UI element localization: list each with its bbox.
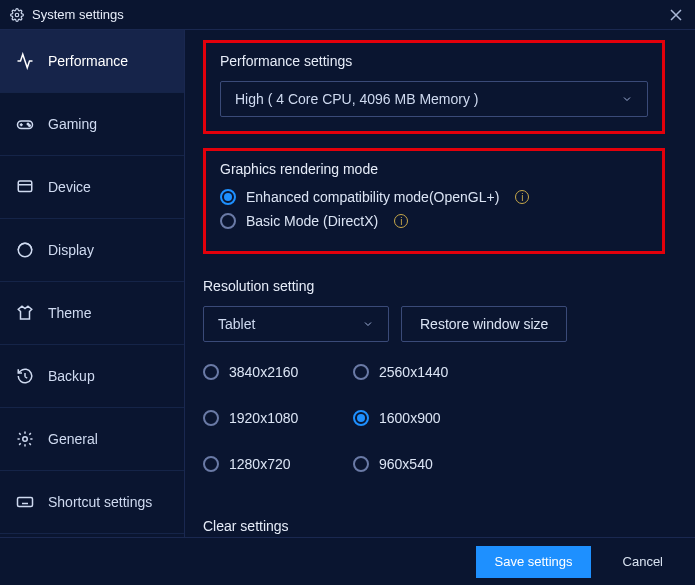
info-icon[interactable]: i bbox=[394, 214, 408, 228]
device-icon bbox=[16, 178, 34, 196]
res-option-2560x1440[interactable]: 2560x1440 bbox=[353, 364, 503, 380]
svg-point-11 bbox=[23, 437, 28, 442]
graphics-option-label: Enhanced compatibility mode(OpenGL+) bbox=[246, 189, 499, 205]
res-label: 2560x1440 bbox=[379, 364, 448, 380]
sidebar-item-theme[interactable]: Theme bbox=[0, 282, 184, 345]
res-label: 3840x2160 bbox=[229, 364, 298, 380]
radio-icon bbox=[353, 410, 369, 426]
performance-select[interactable]: High ( 4 Core CPU, 4096 MB Memory ) bbox=[220, 81, 648, 117]
res-option-3840x2160[interactable]: 3840x2160 bbox=[203, 364, 353, 380]
history-icon bbox=[16, 367, 34, 385]
clear-section: Clear settings Reset desktop Clear Googl… bbox=[203, 508, 665, 537]
cancel-button[interactable]: Cancel bbox=[605, 546, 681, 578]
settings-icon bbox=[16, 430, 34, 448]
svg-rect-6 bbox=[18, 181, 32, 192]
chevron-down-icon bbox=[621, 93, 633, 105]
graphics-title: Graphics rendering mode bbox=[220, 161, 648, 177]
info-icon[interactable]: i bbox=[515, 190, 529, 204]
res-option-1600x900[interactable]: 1600x900 bbox=[353, 410, 503, 426]
gamepad-icon bbox=[16, 115, 34, 133]
sidebar-item-display[interactable]: Display bbox=[0, 219, 184, 282]
sidebar-item-gaming[interactable]: Gaming bbox=[0, 93, 184, 156]
performance-selected: High ( 4 Core CPU, 4096 MB Memory ) bbox=[235, 91, 479, 107]
sidebar-item-device[interactable]: Device bbox=[0, 156, 184, 219]
resolution-selected: Tablet bbox=[218, 316, 255, 332]
close-icon[interactable] bbox=[667, 6, 685, 24]
sidebar-item-label: Display bbox=[48, 242, 94, 258]
radio-icon bbox=[203, 364, 219, 380]
keyboard-icon bbox=[16, 493, 34, 511]
sidebar: Performance Gaming Device Display Theme … bbox=[0, 30, 185, 537]
sidebar-item-label: Theme bbox=[48, 305, 92, 321]
radio-icon bbox=[220, 189, 236, 205]
graphics-section: Graphics rendering mode Enhanced compati… bbox=[203, 148, 665, 254]
sidebar-item-general[interactable]: General bbox=[0, 408, 184, 471]
svg-point-5 bbox=[29, 125, 31, 127]
graphics-option-label: Basic Mode (DirectX) bbox=[246, 213, 378, 229]
restore-window-button[interactable]: Restore window size bbox=[401, 306, 567, 342]
sidebar-item-shortcut[interactable]: Shortcut settings bbox=[0, 471, 184, 534]
performance-section: Performance settings High ( 4 Core CPU, … bbox=[203, 40, 665, 134]
sidebar-item-backup[interactable]: Backup bbox=[0, 345, 184, 408]
performance-title: Performance settings bbox=[220, 53, 648, 69]
svg-rect-12 bbox=[18, 498, 33, 507]
graphics-option-directx[interactable]: Basic Mode (DirectX) i bbox=[220, 213, 648, 229]
resolution-select[interactable]: Tablet bbox=[203, 306, 389, 342]
save-button[interactable]: Save settings bbox=[476, 546, 590, 578]
chevron-down-icon bbox=[362, 318, 374, 330]
resolution-title: Resolution setting bbox=[203, 278, 665, 294]
activity-icon bbox=[16, 52, 34, 70]
res-option-1280x720[interactable]: 1280x720 bbox=[203, 456, 353, 472]
radio-icon bbox=[353, 364, 369, 380]
sidebar-item-label: Backup bbox=[48, 368, 95, 384]
radio-icon bbox=[203, 410, 219, 426]
shirt-icon bbox=[16, 304, 34, 322]
resolution-section: Resolution setting Tablet Restore window… bbox=[203, 268, 665, 494]
titlebar: System settings bbox=[0, 0, 695, 30]
sidebar-item-label: General bbox=[48, 431, 98, 447]
display-icon bbox=[16, 241, 34, 259]
radio-icon bbox=[220, 213, 236, 229]
clear-title: Clear settings bbox=[203, 518, 665, 534]
res-option-1920x1080[interactable]: 1920x1080 bbox=[203, 410, 353, 426]
graphics-option-opengl[interactable]: Enhanced compatibility mode(OpenGL+) i bbox=[220, 189, 648, 205]
gear-icon bbox=[10, 8, 24, 22]
sidebar-item-label: Gaming bbox=[48, 116, 97, 132]
radio-icon bbox=[203, 456, 219, 472]
res-option-960x540[interactable]: 960x540 bbox=[353, 456, 503, 472]
res-label: 1600x900 bbox=[379, 410, 441, 426]
footer: Save settings Cancel bbox=[0, 537, 695, 585]
sidebar-item-label: Performance bbox=[48, 53, 128, 69]
radio-icon bbox=[353, 456, 369, 472]
res-label: 960x540 bbox=[379, 456, 433, 472]
main-panel: Performance settings High ( 4 Core CPU, … bbox=[185, 30, 695, 537]
svg-line-10 bbox=[25, 377, 27, 379]
sidebar-item-performance[interactable]: Performance bbox=[0, 30, 184, 93]
svg-point-0 bbox=[15, 13, 19, 17]
window-title: System settings bbox=[32, 7, 124, 22]
res-label: 1280x720 bbox=[229, 456, 291, 472]
sidebar-item-label: Device bbox=[48, 179, 91, 195]
sidebar-item-label: Shortcut settings bbox=[48, 494, 152, 510]
res-label: 1920x1080 bbox=[229, 410, 298, 426]
